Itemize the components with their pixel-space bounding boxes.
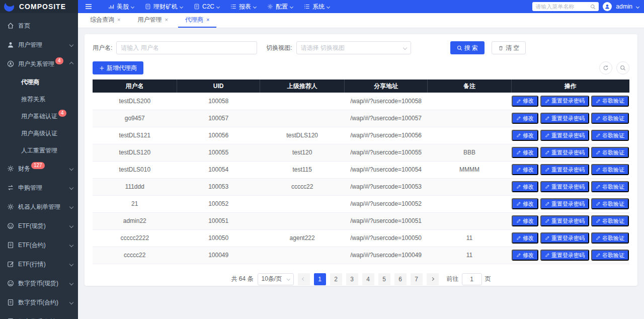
cell-referrer: testDLS120 (260, 127, 345, 144)
reset-password-button[interactable]: 重置登录密码 (540, 130, 589, 141)
sidebar-item[interactable]: 数字货币(现货) (0, 274, 78, 293)
sidebar-item-label: 财务 (18, 165, 30, 173)
sidebar-item[interactable]: ETF(行情) (0, 255, 78, 274)
reset-password-button[interactable]: 重置登录密码 (540, 198, 589, 209)
reset-password-button[interactable]: 重置登录密码 (540, 232, 589, 244)
google-verify-button[interactable]: 谷歌验证 (591, 181, 629, 192)
reset-password-button[interactable]: 重置登录密码 (540, 215, 589, 226)
reset-password-button[interactable]: 重置登录密码 (540, 164, 589, 175)
tab[interactable]: 用户管理× (130, 13, 175, 28)
page-button[interactable]: 4 (362, 273, 374, 285)
sidebar-subitem[interactable]: 推荐关系 (0, 91, 78, 108)
sidebar-subitem[interactable]: 代理商 (0, 73, 78, 91)
username-input[interactable] (116, 41, 257, 54)
topnav-item[interactable]: 美股 (108, 3, 134, 11)
edit-button[interactable]: 修改 (512, 250, 538, 261)
menu-search-box[interactable] (532, 2, 599, 11)
sidebar-item[interactable]: 首页 (0, 16, 78, 35)
edit-button[interactable]: 修改 (512, 147, 538, 158)
hamburger-icon[interactable] (85, 3, 92, 10)
cell-share_url: /wap/#/?usercode=100057 (344, 110, 427, 127)
sidebar-item-label: ETF(行情) (18, 260, 46, 269)
tab-close-icon[interactable]: × (206, 17, 209, 23)
view-select[interactable]: 请选择 切换视图 (296, 41, 411, 54)
goto-page-input[interactable] (462, 273, 482, 285)
page-button[interactable]: 6 (394, 273, 407, 285)
page-size-select[interactable]: 10条/页 (258, 273, 294, 285)
reset-password-button[interactable]: 重置登录密码 (540, 147, 589, 158)
sidebar-item[interactable]: ETF(现货) (0, 216, 78, 235)
google-verify-button[interactable]: 谷歌验证 (591, 147, 629, 158)
search-button[interactable]: 搜 索 (450, 41, 485, 54)
reset-password-button[interactable]: 重置登录密码 (540, 181, 589, 192)
sidebar-item[interactable]: 财务127 (0, 159, 78, 178)
tab[interactable]: 代理商× (178, 13, 216, 28)
chevron-down-icon (69, 300, 73, 304)
google-verify-button[interactable]: 谷歌验证 (591, 96, 629, 107)
page-button[interactable]: 5 (378, 273, 390, 285)
topnav-item[interactable]: 系统 (304, 3, 330, 11)
edit-icon (545, 253, 550, 258)
google-verify-button[interactable]: 谷歌验证 (591, 198, 629, 209)
next-page-button[interactable] (427, 273, 439, 285)
topnav-item[interactable]: 报表 (230, 3, 256, 11)
google-verify-button-label: 谷歌验证 (602, 132, 624, 139)
sidebar-item-label: 数字货币(行情) (18, 317, 58, 319)
table-row: admin22100051/wap/#/?usercode=100051修改重置… (93, 212, 629, 229)
edit-button[interactable]: 修改 (512, 164, 538, 175)
prev-page-button[interactable] (298, 273, 310, 285)
sidebar-item[interactable]: 用户关系管理4 (0, 54, 78, 73)
tab-close-icon[interactable]: × (165, 17, 168, 23)
google-verify-button[interactable]: 谷歌验证 (591, 113, 629, 124)
tab-close-icon[interactable]: × (117, 17, 120, 23)
user-avatar[interactable] (603, 2, 612, 11)
add-agent-button[interactable]: 新增代理商 (93, 61, 143, 74)
google-verify-button[interactable]: 谷歌验证 (591, 130, 629, 141)
edit-button[interactable]: 修改 (512, 96, 538, 107)
cell-username: 21 (93, 195, 177, 212)
edit-button[interactable]: 修改 (512, 181, 538, 192)
edit-button[interactable]: 修改 (512, 232, 538, 244)
edit-button[interactable]: 修改 (512, 130, 538, 141)
topnav-item[interactable]: 理财矿机 (145, 3, 183, 11)
reset-password-button[interactable]: 重置登录密码 (540, 96, 589, 107)
cell-remark: 11 (428, 229, 511, 247)
edit-button[interactable]: 修改 (512, 215, 538, 226)
page-button[interactable]: 2 (330, 273, 342, 285)
sidebar-item[interactable]: 数字货币(行情) (0, 312, 78, 319)
sidebar-item[interactable]: 数字货币(合约) (0, 293, 78, 312)
page-button[interactable]: 7 (411, 273, 423, 285)
page-button[interactable]: 1 (314, 273, 326, 285)
google-verify-button[interactable]: 谷歌验证 (591, 250, 629, 261)
sidebar-subitem[interactable]: 用户基础认证4 (0, 108, 78, 125)
menu-search-input[interactable] (535, 4, 590, 10)
search-toggle-button[interactable] (616, 61, 629, 74)
table-header-cell: 备注 (428, 79, 511, 93)
edit-icon (596, 167, 601, 172)
table-body: testDLS200100058/wap/#/?usercode=100058修… (93, 93, 629, 264)
reset-password-button[interactable]: 重置登录密码 (540, 250, 589, 261)
sidebar-subitem[interactable]: 用户高级认证 (0, 125, 78, 142)
chevron-left-icon (302, 277, 305, 281)
topnav-item[interactable]: C2C (194, 3, 219, 10)
sidebar-item[interactable]: 用户管理 (0, 35, 78, 54)
sidebar-item[interactable]: ETF(合约) (0, 235, 78, 255)
sidebar-item[interactable]: 申购管理 (0, 178, 78, 197)
edit-button[interactable]: 修改 (512, 113, 538, 124)
tab[interactable]: 综合查询× (83, 13, 127, 28)
reset-password-button-label: 重置登录密码 (551, 234, 585, 242)
page-button[interactable]: 3 (346, 273, 358, 285)
sidebar-item[interactable]: 机器人刷单管理 (0, 197, 78, 216)
edit-button[interactable]: 修改 (512, 198, 538, 209)
topnav-item[interactable]: 配置 (267, 3, 293, 11)
username-label[interactable]: admin (616, 3, 632, 10)
google-verify-button[interactable]: 谷歌验证 (591, 164, 629, 175)
clear-button[interactable]: 清 空 (492, 41, 526, 54)
google-verify-button[interactable]: 谷歌验证 (591, 215, 629, 226)
refresh-button[interactable] (599, 61, 612, 74)
chevron-down-icon[interactable] (636, 5, 639, 8)
sidebar-subitem[interactable]: 人工重置管理 (0, 142, 78, 159)
google-verify-button[interactable]: 谷歌验证 (591, 232, 629, 244)
topnav-item-label: C2C (202, 3, 214, 10)
reset-password-button[interactable]: 重置登录密码 (540, 113, 589, 124)
